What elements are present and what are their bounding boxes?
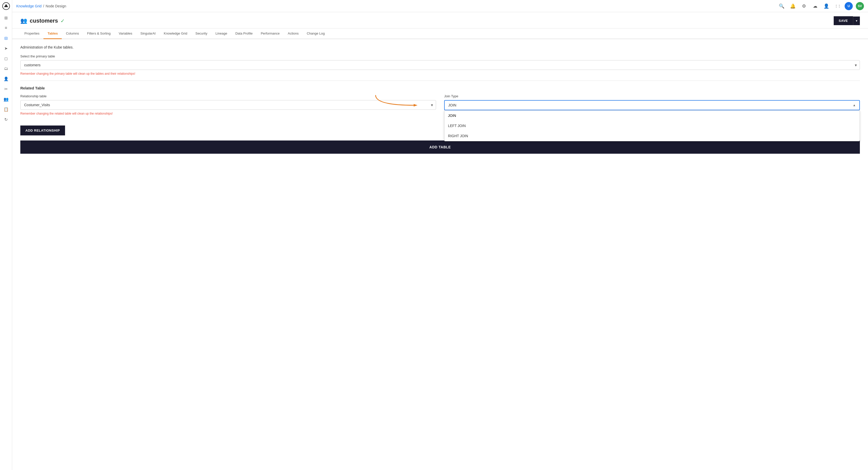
- sidebar-icon-refresh[interactable]: ↻: [2, 115, 11, 124]
- sidebar-icon-tools[interactable]: ✂: [2, 84, 11, 93]
- section-divider: [20, 81, 860, 81]
- join-type-selected[interactable]: JOIN ▲: [444, 100, 860, 110]
- save-chevron-button[interactable]: ▾: [853, 17, 860, 25]
- tabs-row: Properties Tables Columns Filters & Sort…: [12, 28, 868, 39]
- tab-actions[interactable]: Actions: [284, 28, 303, 39]
- user-icon[interactable]: 👤: [822, 2, 830, 10]
- tab-variables[interactable]: Variables: [115, 28, 136, 39]
- join-type-col: Join Type JOIN ▲ JOIN LEFT JOIN RIGHT JO…: [444, 94, 860, 110]
- join-option-left-join[interactable]: LEFT JOIN: [444, 121, 860, 131]
- related-table-grid: Relationship table Costumer_Visits Remem…: [20, 94, 860, 115]
- breadcrumb-page: Node Design: [46, 4, 66, 8]
- content-wrapper: 👥 customers ✓ SAVE ▾ Properties Tables C…: [12, 12, 868, 470]
- cloud-icon[interactable]: ☁: [811, 2, 819, 10]
- tab-security[interactable]: Security: [191, 28, 211, 39]
- relationship-table-label: Relationship table: [20, 94, 436, 98]
- join-type-menu: JOIN LEFT JOIN RIGHT JOIN: [444, 110, 860, 141]
- join-type-dropdown: JOIN ▲ JOIN LEFT JOIN RIGHT JOIN: [444, 100, 860, 110]
- join-type-label: Join Type: [444, 94, 860, 98]
- page-title-row: 👥 customers ✓: [20, 18, 65, 24]
- tab-knowledge-grid[interactable]: Knowledge Grid: [160, 28, 191, 39]
- sidebar: ⊞ ≡ ⊟ ➤ ◻ 🗂 👤 ✂ 👥 📋 ↻: [0, 0, 12, 470]
- primary-table-label: Select the primary table: [20, 54, 860, 58]
- page-title: customers: [30, 18, 58, 24]
- add-table-bar[interactable]: ADD TABLE: [20, 140, 860, 154]
- page-content: Administration of the Kube tables. Selec…: [12, 39, 868, 470]
- grid-dots-icon[interactable]: ⋮⋮: [833, 2, 842, 10]
- breadcrumb-app-link[interactable]: Knowledge Grid: [16, 4, 42, 8]
- settings-icon[interactable]: ⚙: [800, 2, 808, 10]
- topnav-right: 🔍 🔔 ⚙ ☁ 👤 ⋮⋮ U SV: [778, 2, 864, 10]
- tab-filters[interactable]: Filters & Sorting: [83, 28, 115, 39]
- primary-table-warning: Remember changing the primary table will…: [20, 72, 860, 75]
- avatar-green[interactable]: SV: [856, 2, 864, 10]
- save-button-group: SAVE ▾: [834, 16, 860, 25]
- related-table-warning: Remember changing the related table will…: [20, 112, 436, 115]
- relationship-table-select[interactable]: Costumer_Visits: [20, 100, 436, 110]
- sidebar-icon-briefcase[interactable]: 🗂: [2, 64, 11, 73]
- bell-icon[interactable]: 🔔: [789, 2, 797, 10]
- primary-table-select-wrapper: customers: [20, 60, 860, 70]
- join-option-join[interactable]: JOIN: [444, 111, 860, 121]
- breadcrumb: Knowledge Grid / Node Design: [16, 4, 66, 8]
- tab-tables[interactable]: Tables: [43, 28, 62, 39]
- join-type-value: JOIN: [448, 103, 456, 107]
- main-area: Knowledge Grid / Node Design 🔍 🔔 ⚙ ☁ 👤 ⋮…: [12, 0, 868, 470]
- tab-properties[interactable]: Properties: [20, 28, 43, 39]
- admin-description: Administration of the Kube tables.: [20, 45, 860, 49]
- sidebar-icon-send[interactable]: ➤: [2, 44, 11, 53]
- join-type-chevron-icon: ▲: [853, 103, 856, 107]
- join-option-right-join[interactable]: RIGHT JOIN: [444, 131, 860, 141]
- relationship-table-col: Relationship table Costumer_Visits Remem…: [20, 94, 436, 115]
- save-button[interactable]: SAVE: [834, 16, 853, 25]
- sidebar-icon-apps[interactable]: ⊞: [2, 13, 11, 22]
- sidebar-icon-people[interactable]: 👤: [2, 74, 11, 83]
- tab-singularai[interactable]: SingularAI: [136, 28, 160, 39]
- tab-columns[interactable]: Columns: [62, 28, 83, 39]
- page-title-icon: 👥: [20, 18, 27, 24]
- sidebar-icon-profile[interactable]: ◻: [2, 54, 11, 63]
- sidebar-icon-list[interactable]: 📋: [2, 105, 11, 114]
- sidebar-icon-grid[interactable]: ⊟: [2, 34, 11, 43]
- page-title-check-icon: ✓: [60, 18, 65, 24]
- topnav: Knowledge Grid / Node Design 🔍 🔔 ⚙ ☁ 👤 ⋮…: [12, 0, 868, 12]
- sidebar-icon-layers[interactable]: ≡: [2, 23, 11, 33]
- related-table-title: Related Table: [20, 86, 860, 90]
- primary-table-select[interactable]: customers: [20, 60, 860, 70]
- relationship-table-select-wrapper: Costumer_Visits: [20, 100, 436, 110]
- breadcrumb-separator: /: [43, 4, 44, 8]
- avatar-blue[interactable]: U: [845, 2, 853, 10]
- tab-change-log[interactable]: Change Log: [303, 28, 329, 39]
- search-icon[interactable]: 🔍: [778, 2, 786, 10]
- tab-data-profile[interactable]: Data Profile: [231, 28, 257, 39]
- app-logo[interactable]: [2, 2, 10, 10]
- tab-lineage[interactable]: Lineage: [211, 28, 231, 39]
- page-header: 👥 customers ✓ SAVE ▾: [12, 12, 868, 28]
- sidebar-icon-users[interactable]: 👥: [2, 95, 11, 104]
- add-relationship-button[interactable]: ADD RELATIONSHIP: [20, 126, 65, 135]
- tab-performance[interactable]: Performance: [257, 28, 284, 39]
